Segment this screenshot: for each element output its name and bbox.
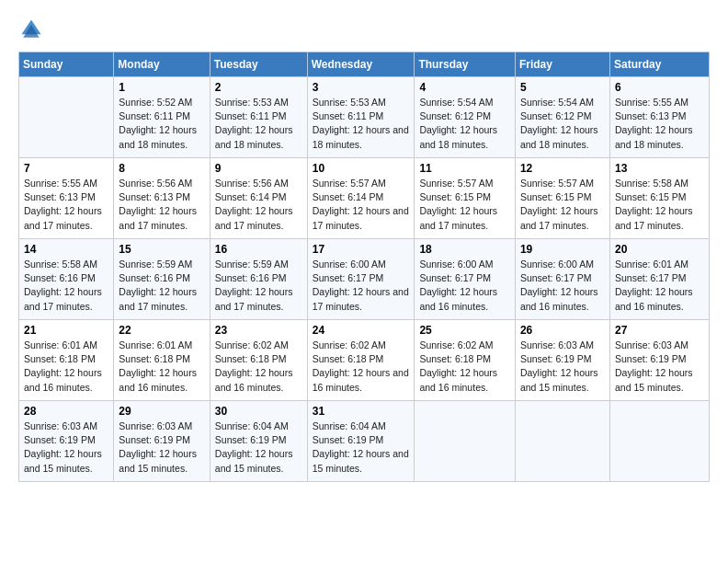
day-info: Sunrise: 6:01 AMSunset: 6:18 PMDaylight:…	[24, 339, 108, 395]
day-number: 27	[615, 324, 704, 337]
day-number: 14	[24, 243, 108, 256]
sunrise-text: Sunrise: 6:01 AM	[24, 339, 97, 350]
day-number: 4	[419, 81, 510, 94]
daylight-text: Daylight: 12 hours and 18 minutes.	[313, 124, 409, 149]
day-number: 16	[215, 243, 302, 256]
sunrise-text: Sunrise: 6:00 AM	[520, 259, 594, 270]
day-info: Sunrise: 5:54 AMSunset: 6:12 PMDaylight:…	[520, 96, 605, 152]
sunset-text: Sunset: 6:11 PM	[119, 110, 190, 121]
sunset-text: Sunset: 6:15 PM	[615, 191, 687, 202]
day-number: 9	[215, 162, 302, 175]
sunset-text: Sunset: 6:19 PM	[520, 353, 592, 364]
day-number: 6	[615, 81, 704, 94]
sunrise-text: Sunrise: 6:01 AM	[615, 259, 688, 270]
sunrise-text: Sunrise: 6:03 AM	[24, 420, 97, 431]
daylight-text: Daylight: 12 hours and 18 minutes.	[119, 124, 197, 149]
page: SundayMondayTuesdayWednesdayThursdayFrid…	[0, 0, 728, 563]
sunrise-text: Sunrise: 5:59 AM	[119, 259, 192, 270]
daylight-text: Daylight: 12 hours and 17 minutes.	[215, 205, 293, 230]
calendar-cell: 20Sunrise: 6:01 AMSunset: 6:17 PMDayligh…	[609, 239, 709, 320]
day-number: 2	[215, 81, 302, 94]
day-number: 11	[419, 162, 510, 175]
sunrise-text: Sunrise: 6:00 AM	[419, 259, 493, 270]
day-info: Sunrise: 5:53 AMSunset: 6:11 PMDaylight:…	[215, 96, 302, 152]
daylight-text: Daylight: 12 hours and 18 minutes.	[215, 124, 293, 149]
sunset-text: Sunset: 6:18 PM	[419, 353, 491, 364]
sunset-text: Sunset: 6:14 PM	[313, 191, 384, 202]
calendar-cell: 14Sunrise: 5:58 AMSunset: 6:16 PMDayligh…	[19, 239, 114, 320]
sunset-text: Sunset: 6:18 PM	[24, 353, 96, 364]
calendar-cell	[609, 401, 709, 482]
calendar-cell: 6Sunrise: 5:55 AMSunset: 6:13 PMDaylight…	[609, 77, 709, 158]
day-info: Sunrise: 5:59 AMSunset: 6:16 PMDaylight:…	[119, 258, 204, 314]
daylight-text: Daylight: 12 hours and 17 minutes.	[24, 286, 102, 311]
sunset-text: Sunset: 6:12 PM	[520, 110, 592, 121]
day-number: 7	[24, 162, 108, 175]
daylight-text: Daylight: 12 hours and 15 minutes.	[313, 448, 409, 473]
daylight-text: Daylight: 12 hours and 18 minutes.	[615, 124, 693, 149]
day-number: 1	[119, 81, 204, 94]
calendar-cell	[415, 401, 516, 482]
day-info: Sunrise: 6:01 AMSunset: 6:18 PMDaylight:…	[119, 339, 204, 395]
sunrise-text: Sunrise: 5:58 AM	[615, 178, 688, 189]
sunset-text: Sunset: 6:13 PM	[119, 191, 190, 202]
sunrise-text: Sunrise: 6:04 AM	[313, 420, 386, 431]
day-info: Sunrise: 5:57 AMSunset: 6:14 PMDaylight:…	[313, 177, 410, 233]
weekday-header-friday: Friday	[515, 52, 609, 77]
calendar-cell: 12Sunrise: 5:57 AMSunset: 6:15 PMDayligh…	[515, 158, 609, 239]
weekday-header-wednesday: Wednesday	[307, 52, 415, 77]
calendar-cell: 23Sunrise: 6:02 AMSunset: 6:18 PMDayligh…	[210, 320, 307, 401]
daylight-text: Daylight: 12 hours and 16 minutes.	[24, 367, 102, 392]
daylight-text: Daylight: 12 hours and 16 minutes.	[313, 367, 409, 392]
day-number: 8	[119, 162, 204, 175]
sunset-text: Sunset: 6:14 PM	[215, 191, 287, 202]
logo	[18, 17, 48, 42]
daylight-text: Daylight: 12 hours and 15 minutes.	[215, 448, 293, 473]
sunrise-text: Sunrise: 6:04 AM	[215, 420, 289, 431]
day-number: 10	[313, 162, 410, 175]
weekday-header-row: SundayMondayTuesdayWednesdayThursdayFrid…	[19, 52, 710, 77]
sunset-text: Sunset: 6:11 PM	[313, 110, 384, 121]
daylight-text: Daylight: 12 hours and 17 minutes.	[520, 205, 598, 230]
day-number: 23	[215, 324, 302, 337]
sunset-text: Sunset: 6:18 PM	[313, 353, 384, 364]
calendar-cell: 5Sunrise: 5:54 AMSunset: 6:12 PMDaylight…	[515, 77, 609, 158]
day-info: Sunrise: 5:56 AMSunset: 6:14 PMDaylight:…	[215, 177, 302, 233]
sunrise-text: Sunrise: 5:54 AM	[419, 97, 493, 108]
calendar-cell: 22Sunrise: 6:01 AMSunset: 6:18 PMDayligh…	[114, 320, 210, 401]
weekday-header-saturday: Saturday	[609, 52, 709, 77]
day-info: Sunrise: 5:59 AMSunset: 6:16 PMDaylight:…	[215, 258, 302, 314]
day-info: Sunrise: 6:03 AMSunset: 6:19 PMDaylight:…	[615, 339, 704, 395]
day-info: Sunrise: 5:56 AMSunset: 6:13 PMDaylight:…	[119, 177, 204, 233]
sunrise-text: Sunrise: 6:02 AM	[419, 339, 493, 350]
sunrise-text: Sunrise: 6:02 AM	[215, 339, 289, 350]
daylight-text: Daylight: 12 hours and 17 minutes.	[119, 205, 197, 230]
day-info: Sunrise: 5:57 AMSunset: 6:15 PMDaylight:…	[520, 177, 605, 233]
day-number: 13	[615, 162, 704, 175]
calendar-cell: 13Sunrise: 5:58 AMSunset: 6:15 PMDayligh…	[609, 158, 709, 239]
day-info: Sunrise: 5:55 AMSunset: 6:13 PMDaylight:…	[24, 177, 108, 233]
calendar-cell: 7Sunrise: 5:55 AMSunset: 6:13 PMDaylight…	[19, 158, 114, 239]
sunrise-text: Sunrise: 5:57 AM	[520, 178, 594, 189]
day-info: Sunrise: 5:58 AMSunset: 6:15 PMDaylight:…	[615, 177, 704, 233]
calendar-cell: 24Sunrise: 6:02 AMSunset: 6:18 PMDayligh…	[307, 320, 415, 401]
day-number: 22	[119, 324, 204, 337]
day-number: 12	[520, 162, 605, 175]
sunrise-text: Sunrise: 6:02 AM	[313, 339, 386, 350]
daylight-text: Daylight: 12 hours and 17 minutes.	[615, 205, 693, 230]
sunrise-text: Sunrise: 5:57 AM	[313, 178, 386, 189]
day-number: 3	[313, 81, 410, 94]
day-number: 18	[419, 243, 510, 256]
daylight-text: Daylight: 12 hours and 17 minutes.	[215, 286, 293, 311]
calendar-cell: 8Sunrise: 5:56 AMSunset: 6:13 PMDaylight…	[114, 158, 210, 239]
calendar-cell: 11Sunrise: 5:57 AMSunset: 6:15 PMDayligh…	[415, 158, 516, 239]
sunrise-text: Sunrise: 6:03 AM	[615, 339, 688, 350]
day-info: Sunrise: 5:57 AMSunset: 6:15 PMDaylight:…	[419, 177, 510, 233]
day-number: 17	[313, 243, 410, 256]
week-row-2: 7Sunrise: 5:55 AMSunset: 6:13 PMDaylight…	[19, 158, 710, 239]
calendar-cell: 29Sunrise: 6:03 AMSunset: 6:19 PMDayligh…	[114, 401, 210, 482]
calendar-cell: 27Sunrise: 6:03 AMSunset: 6:19 PMDayligh…	[609, 320, 709, 401]
daylight-text: Daylight: 12 hours and 16 minutes.	[215, 367, 293, 392]
daylight-text: Daylight: 12 hours and 17 minutes.	[313, 286, 409, 311]
daylight-text: Daylight: 12 hours and 15 minutes.	[119, 448, 197, 473]
